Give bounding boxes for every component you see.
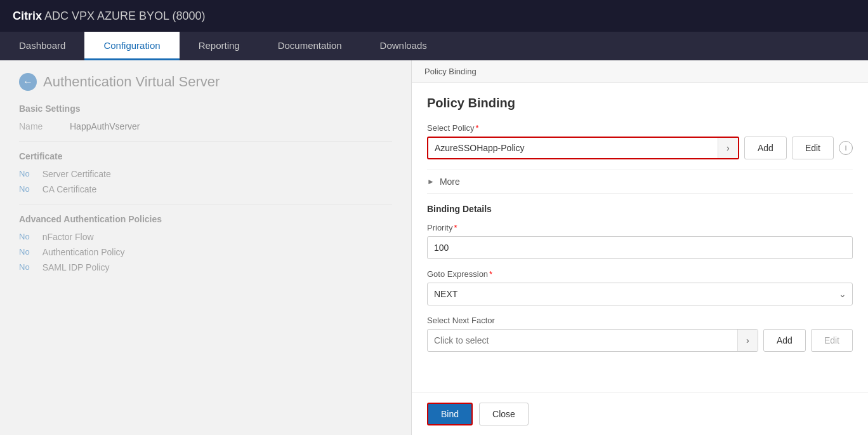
goto-expression-select[interactable]: NEXT END (427, 283, 853, 305)
goto-expression-label: Goto Expression (427, 269, 853, 279)
bind-button[interactable]: Bind (427, 403, 473, 425)
next-factor-row: › Add Edit (427, 329, 853, 352)
auth-policy-text: Authentication Policy (43, 247, 125, 257)
dialog-footer: Bind Close (412, 392, 868, 435)
dialog-title: Policy Binding (427, 96, 853, 110)
nav-tabs: Dashboard Configuration Reporting Docume… (0, 32, 868, 60)
more-chevron-icon: ► (427, 177, 435, 186)
tab-configuration[interactable]: Configuration (84, 32, 179, 60)
citrix-brand: Citrix (13, 10, 42, 22)
nfactor-link[interactable]: No (19, 232, 30, 242)
tab-documentation[interactable]: Documentation (259, 32, 361, 60)
ca-cert-text: CA Certificate (43, 184, 97, 194)
tab-dashboard[interactable]: Dashboard (0, 32, 84, 60)
name-field: Name HappAuthVserver (19, 121, 392, 131)
server-cert-text: Server Certificate (43, 169, 111, 179)
back-button[interactable]: ← (19, 73, 37, 91)
saml-idp-text: SAML IDP Policy (43, 262, 110, 272)
binding-details-title: Binding Details (427, 204, 853, 214)
next-factor-input[interactable] (428, 335, 737, 345)
policy-arrow-button[interactable]: › (718, 138, 738, 158)
add-policy-button[interactable]: Add (744, 137, 787, 159)
tab-downloads[interactable]: Downloads (361, 32, 446, 60)
edit-policy-button[interactable]: Edit (792, 137, 834, 159)
select-policy-row: › Add Edit i (427, 137, 853, 159)
next-factor-arrow-button[interactable]: › (737, 330, 758, 351)
name-label: Name (19, 121, 57, 131)
name-value: HappAuthVserver (70, 121, 140, 131)
tab-reporting[interactable]: Reporting (180, 32, 259, 60)
priority-input[interactable] (427, 236, 853, 259)
select-policy-label: Select Policy (427, 123, 853, 133)
more-label: More (440, 177, 460, 187)
next-factor-input-wrapper: › (427, 329, 758, 352)
server-cert-link[interactable]: No (19, 169, 30, 179)
nfactor-text: nFactor Flow (43, 232, 94, 242)
app-title: Citrix ADC VPX AZURE BYOL (8000) (13, 10, 205, 23)
saml-idp-field: No SAML IDP Policy (19, 262, 392, 272)
more-section[interactable]: ► More (427, 170, 853, 194)
select-next-factor-label: Select Next Factor (427, 316, 853, 325)
policy-input-wrapper: › (427, 137, 739, 159)
saml-idp-link[interactable]: No (19, 262, 30, 272)
add-next-factor-button[interactable]: Add (763, 329, 806, 352)
nfactor-field: No nFactor Flow (19, 232, 392, 242)
basic-settings-label: Basic Settings (19, 104, 392, 114)
ca-cert-link[interactable]: No (19, 184, 30, 194)
page-header: ← Authentication Virtual Server (19, 73, 392, 91)
select-policy-input[interactable] (428, 143, 718, 153)
divider-2 (19, 204, 392, 204)
divider-1 (19, 141, 392, 142)
certificate-label: Certificate (19, 151, 392, 161)
info-icon[interactable]: i (839, 141, 853, 155)
ca-cert-field: No CA Certificate (19, 184, 392, 194)
priority-label: Priority (427, 223, 853, 232)
select-next-factor-group: Select Next Factor › Add Edit (427, 316, 853, 352)
dialog-breadcrumb: Policy Binding (412, 60, 868, 83)
top-bar: Citrix ADC VPX AZURE BYOL (8000) (0, 0, 868, 32)
auth-policy-field: No Authentication Policy (19, 247, 392, 257)
auth-policy-link[interactable]: No (19, 247, 30, 257)
left-panel: ← Authentication Virtual Server Basic Se… (0, 60, 411, 435)
main-content: ← Authentication Virtual Server Basic Se… (0, 60, 868, 435)
close-button[interactable]: Close (479, 403, 529, 425)
select-policy-group: Select Policy › Add Edit i (427, 123, 853, 159)
advanced-auth-label: Advanced Authentication Policies (19, 214, 392, 224)
server-cert-field: No Server Certificate (19, 169, 392, 179)
policy-binding-dialog: Policy Binding Policy Binding Select Pol… (411, 60, 868, 435)
dialog-content: Policy Binding Select Policy › Add Edit … (412, 83, 868, 392)
edit-next-factor-button[interactable]: Edit (811, 329, 853, 352)
app-subtitle: ADC VPX AZURE BYOL (8000) (42, 10, 205, 22)
goto-expression-group: Goto Expression NEXT END ⌄ (427, 269, 853, 305)
page-title: Authentication Virtual Server (43, 74, 220, 90)
priority-group: Priority (427, 223, 853, 259)
goto-expression-select-wrapper: NEXT END ⌄ (427, 283, 853, 305)
